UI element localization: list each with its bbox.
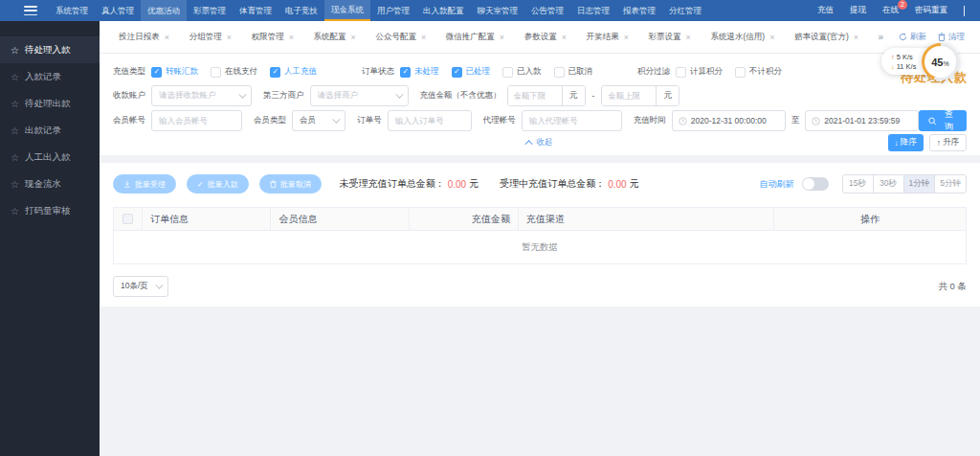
sidebar-item-withdrawal-records[interactable]: ☆出款记录 bbox=[0, 117, 100, 144]
close-icon[interactable]: × bbox=[227, 33, 232, 42]
batch-cancel-button[interactable]: 批量取消 bbox=[259, 174, 322, 194]
receive-account-select[interactable]: 请选择收款账户 bbox=[151, 85, 252, 106]
member-type-select[interactable]: 会员 bbox=[292, 110, 345, 131]
nav-dividend-mgmt[interactable]: 分红管理 bbox=[662, 0, 708, 21]
top-navbar: 系统管理 真人管理 优惠活动 彩票管理 体育管理 电子竞技 现金系统 用户管理 … bbox=[0, 0, 980, 21]
interval-30s-button[interactable]: 30秒 bbox=[873, 174, 904, 194]
amount-min-input[interactable] bbox=[508, 86, 562, 105]
tab-bet-daily-report[interactable]: 投注日报表× bbox=[119, 32, 169, 43]
nav-cash-system[interactable]: 现金系统 bbox=[324, 0, 370, 21]
close-icon[interactable]: × bbox=[562, 33, 567, 42]
interval-5min-button[interactable]: 5分钟 bbox=[934, 174, 967, 194]
col-member-info: 会员信息 bbox=[271, 208, 410, 230]
nav-lottery-mgmt[interactable]: 彩票管理 bbox=[187, 0, 233, 21]
tab-system-rebate-credit[interactable]: 系统退水(信用)× bbox=[710, 32, 774, 43]
nav-inout-config[interactable]: 出入款配置 bbox=[416, 0, 471, 21]
close-icon[interactable]: × bbox=[289, 33, 294, 42]
auto-refresh-toggle[interactable] bbox=[802, 177, 829, 191]
tab-official-account-config[interactable]: 公众号配置× bbox=[375, 32, 426, 43]
tab-draw-results[interactable]: 开奖结果× bbox=[587, 32, 629, 43]
nav-announcement-mgmt[interactable]: 公告管理 bbox=[524, 0, 570, 21]
checkbox-manual-recharge[interactable]: 人工充值 bbox=[270, 66, 317, 78]
user-dropdown[interactable] bbox=[964, 6, 965, 15]
withdraw-link[interactable]: 提现 bbox=[850, 5, 866, 16]
sidebar-item-cash-flow[interactable]: ☆现金流水 bbox=[0, 171, 100, 197]
checkbox-deposited[interactable]: 已入款 bbox=[502, 66, 542, 78]
order-no-input[interactable] bbox=[388, 110, 472, 131]
checkbox-online-pay[interactable]: 在线支付 bbox=[211, 66, 257, 78]
nav-promo-activity[interactable]: 优惠活动 bbox=[141, 0, 187, 21]
close-icon[interactable]: × bbox=[854, 33, 858, 42]
checkbox-no-points[interactable]: 不计积分 bbox=[735, 66, 782, 78]
amount-dash: - bbox=[592, 91, 595, 101]
recharge-link[interactable]: 充值 bbox=[817, 5, 834, 16]
refresh-button[interactable]: 刷新 bbox=[899, 32, 926, 43]
amount-min-group: 元 bbox=[507, 85, 586, 106]
close-icon[interactable]: × bbox=[624, 33, 629, 42]
hamburger-icon[interactable] bbox=[24, 6, 37, 15]
sidebar-item-bet-volume-audit[interactable]: ☆打码量审核 bbox=[0, 197, 100, 224]
nav-log-mgmt[interactable]: 日志管理 bbox=[570, 0, 616, 21]
tab-permission-mgmt[interactable]: 权限管理× bbox=[252, 32, 294, 43]
sort-desc-button[interactable]: ↓降序 bbox=[888, 134, 924, 151]
tab-group-mgmt[interactable]: 分组管理× bbox=[189, 32, 232, 43]
end-time-picker[interactable] bbox=[805, 110, 919, 131]
download-speed-value: 11 bbox=[897, 62, 904, 71]
password-reset-link[interactable]: 密码重置 bbox=[915, 5, 947, 16]
tab-param-settings[interactable]: 参数设置× bbox=[524, 32, 567, 43]
agent-account-input[interactable] bbox=[522, 110, 622, 131]
nav-user-mgmt[interactable]: 用户管理 bbox=[370, 0, 416, 21]
close-icon[interactable]: × bbox=[769, 33, 774, 42]
gauge-percent-value: 45 bbox=[931, 57, 943, 68]
tab-odds-settings-official[interactable]: 赔率设置(官方)× bbox=[794, 32, 858, 43]
sidebar-item-pending-withdrawal[interactable]: ☆待处理出款 bbox=[0, 90, 100, 117]
batch-accept-button[interactable]: 批量受理 bbox=[113, 174, 176, 194]
start-time-input[interactable] bbox=[691, 116, 779, 125]
checkbox-processed[interactable]: 已处理 bbox=[452, 66, 491, 78]
tab-overflow-icon[interactable]: » bbox=[878, 32, 883, 42]
close-icon[interactable]: × bbox=[421, 33, 426, 42]
checkbox-bank-transfer[interactable]: 转账汇款 bbox=[151, 66, 198, 78]
recharge-time-label: 充值时间 bbox=[634, 115, 666, 126]
nav-system-mgmt[interactable]: 系统管理 bbox=[49, 0, 95, 21]
online-link[interactable]: 在线2 bbox=[882, 5, 899, 16]
clean-button[interactable]: 清理 bbox=[938, 32, 965, 43]
cpu-usage-gauge[interactable]: 45 % bbox=[922, 43, 959, 80]
checkbox-cancelled[interactable]: 已取消 bbox=[554, 66, 593, 78]
page-size-select[interactable]: 10条/页 bbox=[113, 276, 168, 297]
chevron-down-icon bbox=[395, 90, 403, 98]
tab-wechat-promo-config[interactable]: 微信推广配置× bbox=[446, 32, 504, 43]
close-icon[interactable]: × bbox=[165, 33, 169, 42]
nav-esports-mgmt[interactable]: 电子竞技 bbox=[278, 0, 324, 21]
close-icon[interactable]: × bbox=[500, 33, 504, 42]
nav-live-mgmt[interactable]: 真人管理 bbox=[95, 0, 141, 21]
toggle-knob bbox=[803, 178, 814, 190]
nav-sports-mgmt[interactable]: 体育管理 bbox=[233, 0, 278, 21]
search-button[interactable]: 查询 bbox=[919, 110, 967, 131]
sidebar-item-pending-deposit[interactable]: ☆待处理入款 bbox=[0, 36, 100, 63]
close-icon[interactable]: × bbox=[351, 33, 356, 42]
collapse-filters-link[interactable]: 收起 bbox=[527, 137, 553, 148]
end-time-input[interactable] bbox=[824, 116, 912, 125]
interval-15s-button[interactable]: 15秒 bbox=[842, 174, 874, 194]
close-icon[interactable]: × bbox=[686, 33, 691, 42]
tab-system-config[interactable]: 系统配置× bbox=[314, 32, 356, 43]
sidebar-item-deposit-records[interactable]: ☆入款记录 bbox=[0, 63, 100, 90]
checkbox-unprocessed[interactable]: 未处理 bbox=[400, 66, 439, 78]
batch-deposit-button[interactable]: ✓ 批量入款 bbox=[187, 174, 249, 194]
checkbox-count-points[interactable]: 计算积分 bbox=[676, 66, 723, 78]
nav-report-mgmt[interactable]: 报表管理 bbox=[616, 0, 662, 21]
tab-lottery-settings[interactable]: 彩票设置× bbox=[649, 32, 691, 43]
select-all-checkbox[interactable] bbox=[114, 208, 143, 230]
amount-max-input[interactable] bbox=[602, 86, 656, 105]
col-recharge-amount: 充值金额 bbox=[410, 208, 519, 230]
sidebar-item-manual-inout[interactable]: ☆人工出入款 bbox=[0, 144, 100, 171]
sort-asc-button[interactable]: ↑升序 bbox=[929, 134, 967, 151]
start-time-picker[interactable] bbox=[672, 110, 786, 131]
interval-1min-button[interactable]: 1分钟 bbox=[903, 174, 936, 194]
merchant-select[interactable]: 请选择商户 bbox=[310, 85, 409, 106]
online-count-badge: 2 bbox=[898, 0, 907, 10]
member-account-input[interactable] bbox=[151, 110, 242, 131]
nav-chatroom-mgmt[interactable]: 聊天室管理 bbox=[471, 0, 525, 21]
checkbox-icon bbox=[554, 67, 565, 78]
